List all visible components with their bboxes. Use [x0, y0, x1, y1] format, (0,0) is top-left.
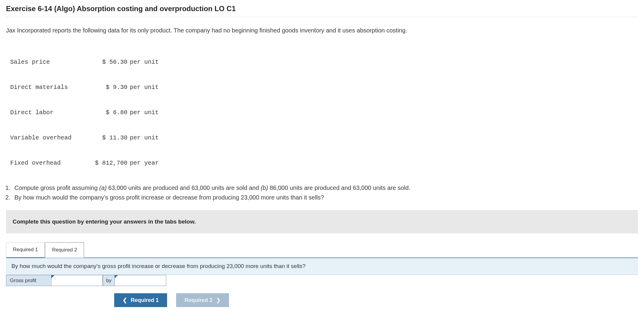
- data-unit: per unit: [127, 108, 159, 117]
- data-label: Direct materials: [10, 83, 88, 92]
- dropdown-indicator-icon: [51, 275, 54, 278]
- data-label: Fixed overhead: [10, 159, 88, 167]
- answer-label-by: by: [103, 275, 115, 286]
- chevron-left-icon: ❮: [123, 297, 127, 303]
- next-required-2-button[interactable]: Required 2 ❯: [176, 293, 229, 307]
- data-row: Variable overhead$ 11.30per unit: [10, 134, 638, 142]
- data-value: $ 812,700: [88, 159, 127, 167]
- answer-field-1-wrap: [51, 275, 103, 286]
- data-row: Direct materials$ 9.30per unit: [10, 83, 638, 92]
- dropdown-indicator-icon: [115, 275, 118, 278]
- tab-required-1[interactable]: Required 1: [6, 242, 45, 258]
- q1-b-tag: (b): [261, 184, 268, 191]
- tab-panel-prompt: By how much would the company’s gross pr…: [6, 258, 638, 275]
- answer-field-2-wrap: [115, 275, 166, 286]
- data-unit: per unit: [127, 83, 159, 92]
- data-value: $ 9.30: [88, 83, 127, 92]
- answer-field-direction[interactable]: [51, 275, 102, 285]
- question-2: By how much would the company’s gross pr…: [12, 193, 638, 202]
- q1-a-text: 63,000 units are produced and 63,000 uni…: [107, 184, 261, 191]
- intro-text: Jax Incorporated reports the following d…: [6, 26, 638, 35]
- data-value: $ 6.80: [88, 108, 127, 117]
- prev-required-1-button[interactable]: ❮ Required 1: [114, 293, 167, 307]
- tab-strip: Required 1 Required 2: [6, 242, 638, 258]
- answer-field-amount[interactable]: [115, 275, 166, 285]
- data-unit: per unit: [127, 134, 159, 142]
- data-unit: per unit: [127, 58, 159, 66]
- chevron-right-icon: ❯: [216, 297, 221, 303]
- data-value: $ 56.30: [88, 58, 127, 66]
- question-list: Compute gross profit assuming (a) 63,000…: [12, 184, 638, 202]
- prev-label: Required 1: [131, 297, 159, 303]
- q1-text-pre: Compute gross profit assuming: [14, 184, 99, 191]
- question-1: Compute gross profit assuming (a) 63,000…: [12, 184, 638, 192]
- data-table: Sales price$ 56.30per unit Direct materi…: [10, 41, 638, 176]
- data-row: Fixed overhead$ 812,700per year: [10, 159, 638, 167]
- answer-row: Gross profit by: [6, 275, 166, 286]
- next-label: Required 2: [185, 297, 212, 303]
- exercise-title: Exercise 6-14 (Algo) Absorption costing …: [6, 4, 638, 17]
- data-unit: per year: [127, 159, 159, 167]
- tab-required-2[interactable]: Required 2: [45, 242, 84, 258]
- nav-row: ❮ Required 1 Required 2 ❯: [114, 293, 638, 307]
- data-label: Variable overhead: [10, 134, 88, 142]
- data-label: Direct labor: [10, 108, 88, 117]
- q1-b-text: 86,000 units are produced and 63,000 uni…: [268, 184, 411, 191]
- answer-label-gross-profit: Gross profit: [6, 275, 51, 286]
- data-row: Direct labor$ 6.80per unit: [10, 108, 638, 117]
- q1-a-tag: (a): [99, 184, 106, 191]
- data-value: $ 11.30: [88, 134, 127, 142]
- data-label: Sales price: [10, 58, 88, 66]
- data-row: Sales price$ 56.30per unit: [10, 58, 638, 66]
- instruction-box: Complete this question by entering your …: [6, 210, 638, 234]
